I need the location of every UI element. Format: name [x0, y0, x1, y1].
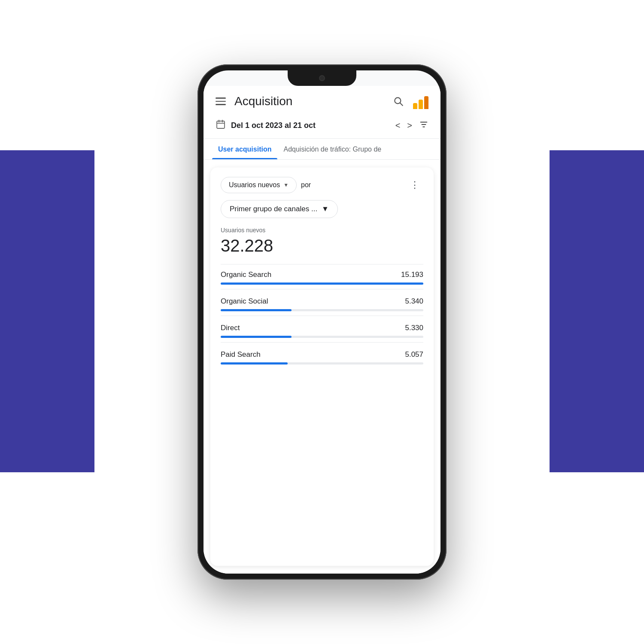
- channel-divider-2: [221, 316, 423, 316]
- hamburger-line-2: [216, 101, 226, 102]
- bar-fill-organic-search: [221, 283, 423, 285]
- tab-user-acquisition[interactable]: User acquisition: [212, 139, 277, 159]
- controls-left: Usuarios nuevos ▼ por: [221, 177, 311, 193]
- tabs-row: User acquisition Adquisición de tráfico:…: [204, 139, 440, 160]
- channel-rows: Organic Search 15.193 Organic Social: [221, 264, 423, 371]
- svg-rect-2: [217, 121, 225, 128]
- metric-value: 32.228: [221, 236, 423, 255]
- top-bar-right: [392, 94, 428, 109]
- channel-value-direct: 5.330: [405, 324, 423, 332]
- channel-divider-3: [221, 342, 423, 343]
- hamburger-line-1: [216, 97, 226, 99]
- channel-value-organic-social: 5.340: [405, 297, 423, 306]
- group-dropdown-chevron: ▼: [322, 205, 329, 213]
- prev-arrow[interactable]: <: [395, 121, 401, 131]
- date-row: Del 1 oct 2023 al 21 oct < >: [204, 114, 440, 139]
- channel-name-direct: Direct: [221, 324, 240, 332]
- channel-row-header-2: Organic Social 5.340: [221, 297, 423, 306]
- bar-track-organic-social: [221, 309, 423, 311]
- channel-name-organic-social: Organic Social: [221, 297, 268, 306]
- bar-fill-organic-social: [221, 309, 292, 311]
- filter-icon[interactable]: [419, 120, 428, 131]
- ga-logo-icon: [413, 94, 428, 109]
- channel-value-organic-search: 15.193: [401, 270, 423, 279]
- channel-divider-1: [221, 289, 423, 289]
- channel-row-organic-social: Organic Social 5.340: [221, 291, 423, 318]
- search-icon[interactable]: [392, 94, 405, 108]
- phone-frame: Acquisition: [197, 64, 447, 580]
- bar-fill-direct: [221, 336, 292, 338]
- channel-value-paid-search: 5.057: [405, 350, 423, 359]
- hamburger-line-3: [216, 104, 226, 105]
- page-title: Acquisition: [234, 94, 292, 108]
- date-range-text: Del 1 oct 2023 al 21 oct: [231, 121, 395, 130]
- main-card: Usuarios nuevos ▼ por ⋮ Primer grupo de …: [210, 167, 434, 566]
- camera: [319, 75, 325, 81]
- channel-row-header-4: Paid Search 5.057: [221, 350, 423, 359]
- por-label: por: [301, 181, 311, 189]
- card-controls: Usuarios nuevos ▼ por ⋮: [221, 177, 423, 193]
- channel-name-paid-search: Paid Search: [221, 350, 261, 359]
- bg-purple-left: [0, 150, 94, 472]
- channel-row-direct: Direct 5.330: [221, 318, 423, 344]
- channel-row-header-3: Direct 5.330: [221, 324, 423, 332]
- channel-row-paid-search: Paid Search 5.057: [221, 344, 423, 371]
- channel-row-organic-search: Organic Search 15.193: [221, 264, 423, 291]
- bar-fill-paid-search: [221, 362, 288, 365]
- bar-track-paid-search: [221, 362, 423, 365]
- svg-line-1: [400, 103, 403, 106]
- group-dropdown[interactable]: Primer grupo de canales ... ▼: [221, 200, 338, 218]
- calendar-icon: [216, 119, 226, 131]
- phone-inner: Acquisition: [204, 70, 440, 574]
- date-nav: < >: [395, 120, 428, 131]
- screen-content: Acquisition: [204, 86, 440, 574]
- second-dropdown-row: Primer grupo de canales ... ▼: [221, 200, 423, 218]
- next-arrow[interactable]: >: [407, 121, 412, 131]
- metric-label: Usuarios nuevos: [221, 227, 423, 234]
- channel-row-header: Organic Search 15.193: [221, 270, 423, 279]
- hamburger-icon[interactable]: [216, 97, 226, 105]
- more-options-button[interactable]: ⋮: [407, 178, 423, 192]
- bg-purple-right: [550, 150, 644, 472]
- bar-track-organic-search: [221, 283, 423, 285]
- metric-dropdown-chevron: ▼: [283, 182, 289, 188]
- channel-name-organic-search: Organic Search: [221, 270, 271, 279]
- metric-dropdown[interactable]: Usuarios nuevos ▼: [221, 177, 297, 193]
- top-bar-left: Acquisition: [216, 94, 292, 108]
- tab-traffic-acquisition[interactable]: Adquisición de tráfico: Grupo de: [277, 139, 387, 159]
- notch: [288, 70, 356, 86]
- top-bar: Acquisition: [204, 86, 440, 114]
- bar-track-direct: [221, 336, 423, 338]
- phone-wrapper: Acquisition: [197, 64, 447, 580]
